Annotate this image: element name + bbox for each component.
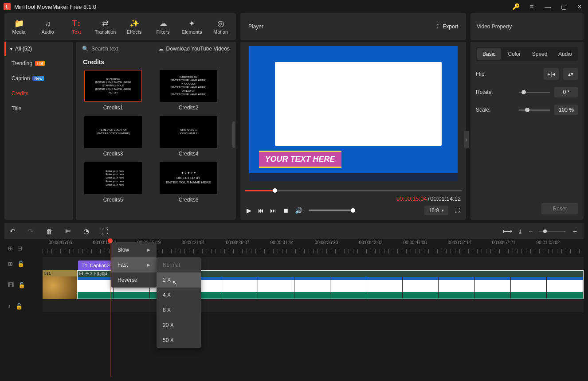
remove-track-button[interactable]: ⊟ <box>17 245 22 252</box>
audio-track[interactable] <box>43 299 584 313</box>
audio-track-icon: ♪ <box>8 303 11 310</box>
tab-text[interactable]: T↕Text <box>62 14 91 39</box>
asset-credits2[interactable]: DIRECTED BY [ENTER YOUR NAME HERE] PRODU… <box>157 70 220 111</box>
menu-item-4x[interactable]: 4 X <box>157 288 201 303</box>
lock-icon[interactable]: 🔓 <box>16 303 23 310</box>
properties-title: Video Property <box>477 23 512 30</box>
prev-frame-button[interactable]: ⏮ <box>258 207 264 214</box>
tab-elements[interactable]: ✦Elements <box>177 14 206 39</box>
zoom-slider[interactable] <box>539 231 565 232</box>
menu-item-fast[interactable]: Fast▶ <box>111 257 157 272</box>
next-frame-button[interactable]: ⏭ <box>270 207 276 214</box>
menu-item-normal[interactable]: Normal <box>157 257 201 272</box>
export-icon: ⤴ <box>436 23 439 30</box>
asset-credits5[interactable]: Enter your here Enter your here Enter yo… <box>82 162 144 203</box>
snap-center-icon[interactable]: ⟼ <box>503 227 513 235</box>
chevron-down-icon: ▾ <box>442 208 444 213</box>
flip-vertical-button[interactable]: ▴▾ <box>563 68 578 80</box>
magnet-icon[interactable]: ⫰ <box>519 228 522 235</box>
delete-button[interactable]: 🗑 <box>46 228 53 235</box>
volume-icon[interactable]: 🔊 <box>295 207 302 214</box>
prop-tab-speed[interactable]: Speed <box>528 48 552 60</box>
stop-button[interactable]: ⏹ <box>282 207 289 214</box>
zoom-in-button[interactable]: ＋ <box>572 227 578 236</box>
panel-collapse-handle[interactable]: ▸ <box>464 131 469 148</box>
volume-slider[interactable] <box>309 210 353 211</box>
redo-button[interactable]: ↷ <box>28 227 34 235</box>
cloud-icon: ☁ <box>159 19 167 28</box>
sidebar-item-title[interactable]: Title <box>4 101 73 116</box>
rotate-label: Rotate: <box>476 89 493 95</box>
minimize-button[interactable]: ― <box>543 3 553 10</box>
undo-button[interactable]: ↶ <box>10 227 16 235</box>
download-youtube-link[interactable]: ☁Download YouTube Videos <box>158 46 230 52</box>
tab-transition[interactable]: ⇄Transition <box>91 14 120 39</box>
time-separator: / <box>428 195 430 202</box>
film-icon: 🎞 <box>79 272 83 276</box>
asset-credits6[interactable]: ✦✧✦✧✦ DIRECTED BY ENTER YOUR NAME HERECr… <box>157 162 220 203</box>
split-button[interactable]: ✄ <box>65 227 71 235</box>
text-track-icon: ⊞ <box>8 260 13 267</box>
menu-item-8x[interactable]: 8 X <box>157 303 201 318</box>
sparkle-icon: ✨ <box>129 19 139 28</box>
maximize-button[interactable]: ▢ <box>559 3 568 10</box>
license-key-icon[interactable]: 🔑 <box>511 3 521 10</box>
zoom-out-button[interactable]: − <box>529 228 533 235</box>
ruler-tick-label: 00:00:42:02 <box>359 240 383 245</box>
menu-item-20x[interactable]: 20 X <box>157 318 201 333</box>
rotate-slider[interactable] <box>519 92 550 93</box>
crop-button[interactable]: ⛶ <box>102 228 108 235</box>
ruler-tick-label: 00:00:26:07 <box>226 240 250 245</box>
clip-title[interactable]: tle1 <box>43 270 77 299</box>
menu-item-reverse[interactable]: Reverse <box>111 272 157 288</box>
tab-filters[interactable]: ☁Filters <box>149 14 177 39</box>
preview-caption-overlay: YOUR TEXT HERE <box>259 151 341 168</box>
menu-icon[interactable]: ≡ <box>527 3 537 10</box>
menu-item-50x[interactable]: 50 X <box>157 333 201 348</box>
asset-credits3[interactable]: FILMED ON LOCATION [ENTER LOCATION HERE]… <box>82 116 144 157</box>
speed-button[interactable]: ◔ <box>83 227 89 235</box>
ruler-tick-label: 00:00:05:06 <box>49 240 72 245</box>
search-input[interactable]: 🔍Search text <box>82 46 118 52</box>
export-button[interactable]: ⤴ Export <box>436 23 458 30</box>
music-note-icon: ♫ <box>45 19 51 28</box>
cloud-download-icon: ☁ <box>158 46 164 52</box>
player-header: Player ⤴ Export <box>240 13 466 40</box>
sidebar-item-credits[interactable]: Credits <box>4 86 73 101</box>
play-button[interactable]: ▶ <box>247 207 251 214</box>
prop-tab-color[interactable]: Color <box>502 48 526 60</box>
sidebar-item-trending[interactable]: TrendingHot <box>4 56 73 71</box>
menu-item-2x[interactable]: 2 X <box>157 272 201 288</box>
preview-monitor[interactable]: YOUR TEXT HERE <box>249 46 458 181</box>
prop-tab-basic[interactable]: Basic <box>477 48 501 60</box>
ruler-tick-label: 00:00:31:14 <box>270 240 294 245</box>
asset-credits4[interactable]: Kelly NAME 1 XXXX NAME 2Credits4 <box>157 116 220 157</box>
tab-audio[interactable]: ♫Audio <box>33 14 62 39</box>
playback-scrubber[interactable] <box>245 187 462 194</box>
sidebar-item-caption[interactable]: CaptionNew <box>4 71 73 86</box>
lock-icon[interactable]: 🔓 <box>18 282 25 288</box>
menu-item-slow[interactable]: Slow▶ <box>111 242 157 257</box>
library-scrollbar[interactable] <box>232 121 235 148</box>
fullscreen-button[interactable]: ⛶ <box>455 207 460 214</box>
close-button[interactable]: ✕ <box>575 3 584 10</box>
prop-tab-audio[interactable]: Audio <box>553 48 577 60</box>
playhead[interactable] <box>110 239 110 377</box>
new-badge: New <box>32 76 44 81</box>
asset-credits1[interactable]: STARRING [ENTER YOUR NAME HERE] STARRING… <box>82 70 144 111</box>
scale-value[interactable]: 100 % <box>554 105 578 115</box>
preview-app-window <box>275 62 442 146</box>
rotate-value[interactable]: 0 ° <box>554 87 578 97</box>
flip-horizontal-button[interactable]: ▸|◂ <box>544 68 559 80</box>
tab-media[interactable]: 📁Media <box>4 14 33 39</box>
sidebar-all[interactable]: ▾All (52) <box>4 42 73 56</box>
aspect-ratio-select[interactable]: 16:9▾ <box>424 206 448 215</box>
scale-slider[interactable] <box>519 109 550 111</box>
timeline: ↶ ↷ 🗑 ✄ ◔ ⛶ ⟼ ⫰ − ＋ ⊞ ⊟ 00:00:05:0600:00… <box>0 222 588 377</box>
player-panel: YOUR TEXT HERE 00:00:15:04 / 00:01:14:12… <box>240 42 466 220</box>
tab-effects[interactable]: ✨Effects <box>120 14 149 39</box>
lock-icon[interactable]: 🔓 <box>17 260 24 267</box>
tab-motion[interactable]: ◎Motion <box>206 14 235 39</box>
reset-button[interactable]: Reset <box>541 203 578 214</box>
add-track-button[interactable]: ⊞ <box>8 245 13 252</box>
